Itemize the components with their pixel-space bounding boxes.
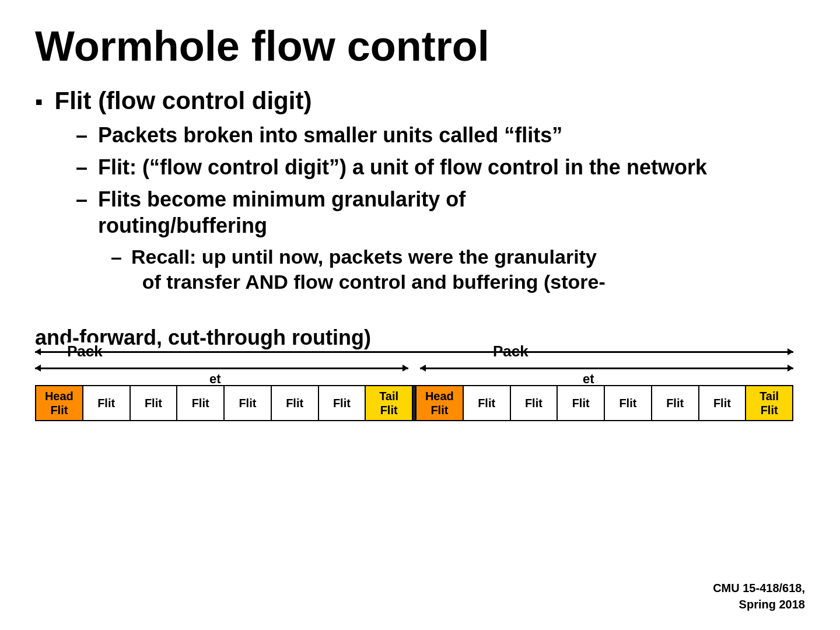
sub-sub-list: Recall: up until now, packets were the g…	[111, 244, 805, 294]
arrow-half-right	[420, 368, 793, 369]
sub-item-3: Flits become minimum granularity ofrouti…	[76, 186, 805, 239]
flit-head-right: HeadFlit	[416, 386, 464, 420]
flit-6-right: Flit	[652, 386, 699, 420]
flit-head-left: HeadFlit	[36, 386, 83, 420]
sub-item-2-text: Flit: (“flow control digit”) a unit of f…	[98, 154, 707, 180]
flit-2-left: Flit	[83, 386, 131, 420]
flit-tail-right: TailFlit	[746, 386, 792, 420]
flit-4-right: Flit	[558, 386, 605, 420]
sub-list: Packets broken into smaller units called…	[76, 122, 805, 294]
sub-item-1: Packets broken into smaller units called…	[76, 122, 805, 148]
footer: CMU 15-418/618, Spring 2018	[713, 580, 805, 612]
slide-container: Wormhole flow control Flit (flow control…	[0, 0, 840, 630]
flit-7-right: Flit	[699, 386, 747, 420]
flit-boxes-area: HeadFlit Flit Flit Flit Flit Flit Flit T…	[35, 385, 793, 421]
footer-line1: CMU 15-418/618,	[713, 580, 805, 596]
flit-3-right: Flit	[511, 386, 558, 420]
flit-tail-left: TailFlit	[366, 386, 413, 420]
sub-sub-item-1-text: Recall: up until now, packets were the g…	[131, 244, 606, 294]
flit-6-left: Flit	[272, 386, 319, 420]
bullet-main-1: Flit (flow control digit)	[35, 87, 805, 115]
footer-line2: Spring 2018	[713, 596, 805, 612]
diagram-wrapper: and-forward, cut-through routing) Pack P…	[35, 299, 793, 404]
sub-item-3-text: Flits become minimum granularity ofrouti…	[98, 186, 466, 239]
sub-item-2: Flit: (“flow control digit”) a unit of f…	[76, 154, 805, 180]
sub-item-1-text: Packets broken into smaller units called…	[98, 122, 562, 148]
sub-sub-item-1: Recall: up until now, packets were the g…	[111, 244, 805, 294]
overlap-area: and-forward, cut-through routing) Pack P…	[35, 299, 793, 404]
arrow-half-left	[35, 368, 408, 369]
flit-5-right: Flit	[605, 386, 652, 420]
flit-4-left: Flit	[177, 386, 225, 420]
slide-title: Wormhole flow control	[35, 23, 805, 69]
flit-5-left: Flit	[225, 386, 272, 420]
arrow-full-top	[35, 351, 793, 353]
flit-2-right: Flit	[464, 386, 511, 420]
bullet-main-1-text: Flit (flow control digit)	[54, 87, 312, 115]
flit-7-left: Flit	[319, 386, 366, 420]
bullet-list: Flit (flow control digit) Packets broken…	[35, 87, 805, 294]
flit-3-left: Flit	[131, 386, 178, 420]
